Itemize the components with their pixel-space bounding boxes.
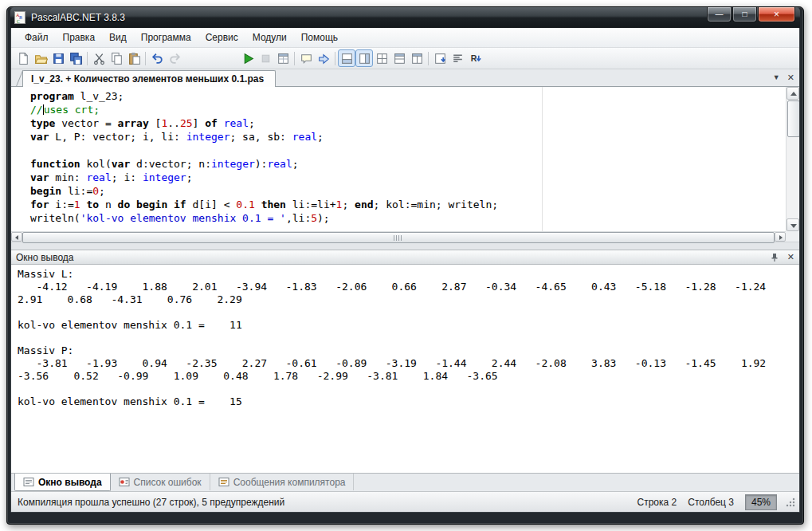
- error-list-tab[interactable]: Список ошибок: [111, 474, 210, 490]
- stop-button[interactable]: [257, 49, 274, 67]
- output-line: [18, 383, 799, 395]
- format-code-button[interactable]: [449, 49, 466, 67]
- output-panel-header[interactable]: Окно вывода ✕: [11, 250, 799, 265]
- compiler-messages-tab[interactable]: Сообщения компилятора: [210, 474, 355, 490]
- output-line: -3.56 0.52 -0.99 1.09 0.48 1.78 -2.99 -3…: [18, 370, 799, 383]
- windows-layout-1-button[interactable]: [373, 49, 390, 67]
- save-all-button[interactable]: [67, 49, 84, 67]
- code-token: //: [30, 104, 43, 116]
- code-line[interactable]: var L, P: vector; i, li: integer; sa, sb…: [30, 130, 786, 144]
- run-button[interactable]: [239, 49, 257, 67]
- code-token: 'kol-vo elementov menshix 0.1 = ': [80, 212, 286, 224]
- run-icon: [241, 52, 255, 65]
- window-controls: — □ ×: [706, 7, 795, 22]
- vertical-scroll-thumb[interactable]: [787, 100, 800, 137]
- paste-icon: [127, 52, 141, 65]
- scroll-up-button[interactable]: [787, 87, 799, 100]
- show-form-button[interactable]: [274, 49, 292, 67]
- column-guide: [542, 87, 543, 231]
- scroll-right-button[interactable]: [775, 232, 786, 242]
- code-token: integer: [186, 131, 230, 143]
- insert-snippet-icon: [433, 52, 447, 65]
- cut-button[interactable]: [90, 49, 108, 67]
- status-bar: Компиляция прошла успешно (27 строк), 5 …: [11, 491, 799, 512]
- code-token: of: [205, 117, 218, 129]
- goto-realization-button[interactable]: R: [466, 49, 484, 67]
- paste-button[interactable]: [125, 49, 143, 67]
- close-button[interactable]: ×: [758, 7, 795, 22]
- tab-edge: [16, 70, 23, 87]
- code-line[interactable]: for i:=1 to n do begin if d[i] < 0.1 the…: [30, 198, 786, 211]
- toggle-find-results-button[interactable]: [355, 49, 373, 67]
- code-token: 0: [92, 185, 99, 197]
- code-line[interactable]: function kol(var d:vector; n:integer):re…: [30, 157, 786, 171]
- maximize-button[interactable]: □: [732, 7, 757, 22]
- code-token: array: [118, 117, 149, 129]
- column-indicator: Столбец 3: [688, 497, 734, 508]
- save-all-icon: [69, 52, 83, 65]
- code-line[interactable]: writeln('kol-vo elementov menshix 0.1 = …: [30, 211, 786, 225]
- menu-item-file[interactable]: Файл: [18, 30, 56, 45]
- horizontal-scroll-thumb[interactable]: [22, 232, 775, 243]
- output-line: kol-vo elementov menshix 0.1 = 11: [18, 319, 799, 332]
- watch-window-button[interactable]: [297, 49, 315, 67]
- menu-item-program[interactable]: Программа: [134, 30, 198, 45]
- code-line[interactable]: begin li:=0;: [30, 184, 786, 198]
- insert-snippet-button[interactable]: [431, 49, 449, 67]
- goto-definition-button[interactable]: [315, 49, 332, 67]
- menu-bar: ФайлПравкаВидПрограммаСервисМодулиПомощь: [11, 28, 799, 48]
- resize-grip[interactable]: [785, 497, 796, 508]
- pin-icon[interactable]: [770, 253, 779, 262]
- menu-item-help[interactable]: Помощь: [294, 30, 345, 45]
- code-token: li:=li+: [286, 199, 336, 210]
- scroll-left-button[interactable]: [11, 232, 22, 242]
- open-file-button[interactable]: [32, 49, 49, 67]
- minimize-button[interactable]: —: [707, 7, 732, 22]
- redo-button[interactable]: [166, 49, 183, 67]
- output-line: -3.81 -1.93 0.94 -2.35 2.27 -0.61 -0.89 …: [18, 357, 799, 370]
- menu-item-edit[interactable]: Правка: [56, 30, 103, 45]
- save-file-button[interactable]: [49, 49, 67, 67]
- editor-horizontal-scrollbar[interactable]: [11, 231, 786, 242]
- zoom-level[interactable]: 45%: [745, 494, 777, 510]
- output-console[interactable]: Massiv L: -4.12 -4.19 1.88 2.01 -3.94 -1…: [11, 265, 799, 473]
- copy-icon: [110, 52, 124, 65]
- scroll-down-button[interactable]: [787, 218, 799, 231]
- output-line: Massiv P:: [18, 344, 799, 357]
- tab-list-dropdown-button[interactable]: ▼: [773, 74, 780, 81]
- code-token: to: [86, 199, 99, 210]
- svg-text:R: R: [470, 53, 477, 63]
- document-tab-bar: l_v_23. + Количество элементов меньших 0…: [11, 69, 799, 87]
- menu-item-view[interactable]: Вид: [102, 30, 134, 45]
- code-line[interactable]: //uses crt;: [30, 103, 786, 116]
- code-line[interactable]: type vector = array [1..25] of real;: [30, 116, 786, 130]
- goto-definition-icon: [317, 52, 331, 65]
- code-token: writeln(: [30, 212, 80, 224]
- code-editor[interactable]: program l_v_23;//uses crt;type vector = …: [11, 87, 786, 231]
- copy-button[interactable]: [108, 49, 125, 67]
- toggle-find-results-icon: [358, 52, 371, 65]
- output-window-tab[interactable]: Окно вывода: [14, 474, 111, 491]
- toggle-output-window-button[interactable]: [338, 49, 355, 67]
- title-bar[interactable]: ABC PascalABC.NET 3.8.3 — □ ×: [10, 7, 800, 28]
- new-file-button[interactable]: [14, 49, 32, 67]
- output-close-button[interactable]: ✕: [787, 253, 794, 262]
- menu-item-service[interactable]: Сервис: [198, 30, 245, 45]
- output-panel-title: Окно вывода: [16, 252, 762, 263]
- code-token: ;: [317, 131, 324, 143]
- code-token: [255, 199, 261, 210]
- code-token: 0.1: [236, 199, 254, 210]
- code-line[interactable]: [30, 144, 786, 157]
- windows-layout-2-button[interactable]: [390, 49, 408, 67]
- code-line[interactable]: var min: real; i: integer;: [30, 171, 786, 184]
- document-tab[interactable]: l_v_23. + Количество элементов меньших 0…: [22, 70, 276, 87]
- undo-button[interactable]: [148, 49, 166, 67]
- menu-item-modules[interactable]: Модули: [245, 30, 294, 45]
- goto-realization-icon: R: [469, 52, 482, 65]
- editor-vertical-scrollbar[interactable]: [786, 87, 799, 231]
- output-line: kol-vo elementov menshix 0.1 = 15: [18, 395, 799, 408]
- tab-close-button[interactable]: ✕: [787, 73, 794, 82]
- error-list-tab-icon: [119, 477, 130, 487]
- windows-layout-3-button[interactable]: [408, 49, 426, 67]
- code-line[interactable]: program l_v_23;: [30, 89, 786, 103]
